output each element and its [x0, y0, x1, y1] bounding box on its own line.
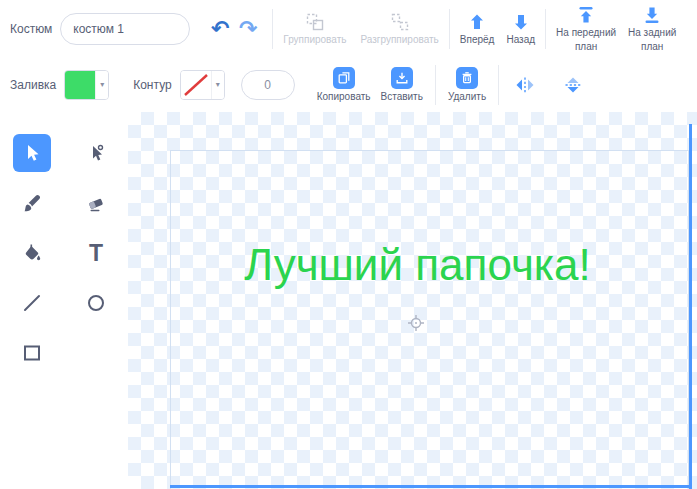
to-back-button[interactable]: На задний план: [628, 5, 676, 53]
tool-text[interactable]: T: [77, 234, 115, 272]
undo-icon: ↶: [211, 18, 229, 40]
top-toolbar: Костюм костюм 1 ↶ ↷ Группировать Разгруп…: [0, 0, 697, 57]
divider: [272, 9, 273, 49]
flip-vertical-icon: [563, 75, 583, 95]
paste-label: Вставить: [381, 91, 423, 103]
divider: [435, 65, 436, 105]
flip-horizontal-icon: [513, 75, 537, 95]
ungroup-button[interactable]: Разгруппировать: [360, 12, 438, 46]
outline-width-value: 0: [264, 78, 271, 92]
fill-bucket-icon: [22, 243, 42, 263]
outline-caret-icon: ▾: [211, 71, 224, 99]
backward-button[interactable]: Назад: [506, 12, 535, 46]
text-tool-icon: T: [89, 242, 103, 265]
tool-line[interactable]: [13, 284, 51, 322]
brush-icon: [22, 193, 42, 213]
to-front-label-2: план: [575, 41, 597, 53]
tool-rectangle[interactable]: [13, 334, 51, 372]
mode-toolbar: Заливка ▾ Контур ▾ 0 Копировать Вставить: [0, 57, 697, 112]
divider: [449, 9, 450, 49]
canvas-center-crosshair-icon: [406, 313, 426, 333]
redo-button[interactable]: ↷: [234, 15, 262, 43]
flip-horizontal-button[interactable]: [511, 71, 539, 99]
tool-circle[interactable]: [77, 284, 115, 322]
reshape-icon: [86, 143, 106, 163]
rectangle-icon: [22, 343, 42, 363]
eraser-icon: [86, 193, 106, 213]
backward-icon: [511, 12, 531, 32]
scratch-paint-editor: Костюм костюм 1 ↶ ↷ Группировать Разгруп…: [0, 0, 697, 489]
outline-color-control[interactable]: ▾: [180, 70, 225, 100]
to-back-icon: [642, 5, 662, 25]
tool-reshape[interactable]: [77, 134, 115, 172]
tool-panel: T: [0, 112, 128, 489]
paste-icon: [391, 67, 413, 89]
outline-color-swatch: [181, 71, 211, 99]
paste-button[interactable]: Вставить: [381, 67, 423, 103]
to-front-label-1: На передний: [556, 27, 616, 39]
costume-name-input[interactable]: костюм 1: [60, 13, 190, 45]
ungroup-label: Разгруппировать: [360, 34, 438, 46]
circle-icon: [86, 293, 106, 313]
flip-vertical-button[interactable]: [559, 71, 587, 99]
undo-button[interactable]: ↶: [206, 15, 234, 43]
canvas-right-edge: [689, 124, 692, 489]
copy-button[interactable]: Копировать: [317, 67, 371, 103]
forward-icon: [467, 12, 487, 32]
to-front-icon: [576, 5, 596, 25]
fill-color-control[interactable]: ▾: [64, 70, 109, 100]
copy-icon: [333, 67, 355, 89]
delete-label: Удалить: [448, 91, 486, 103]
fill-caret-icon: ▾: [95, 71, 108, 99]
group-button[interactable]: Группировать: [283, 12, 346, 46]
group-label: Группировать: [283, 34, 346, 46]
tool-eraser[interactable]: [77, 184, 115, 222]
select-cursor-icon: [22, 143, 42, 163]
forward-button[interactable]: Вперёд: [460, 12, 495, 46]
copy-label: Копировать: [317, 91, 371, 103]
fill-label: Заливка: [10, 78, 56, 92]
outline-label: Контур: [133, 78, 171, 92]
ungroup-icon: [390, 12, 410, 32]
costume-label: Костюм: [10, 22, 52, 36]
trash-icon: [456, 67, 478, 89]
tool-select[interactable]: [13, 134, 51, 172]
costume-name-value: костюм 1: [73, 22, 124, 36]
to-back-label-2: план: [641, 41, 663, 53]
canvas-bottom-edge: [170, 485, 692, 488]
to-back-label-1: На задний: [628, 27, 676, 39]
line-icon: [22, 293, 42, 313]
backward-label: Назад: [506, 34, 535, 46]
paint-canvas[interactable]: Лучший папочка!: [128, 112, 697, 489]
costume-bounds: [170, 150, 689, 489]
to-front-button[interactable]: На передний план: [556, 5, 616, 53]
tool-brush[interactable]: [13, 184, 51, 222]
redo-icon: ↷: [239, 18, 257, 40]
forward-label: Вперёд: [460, 34, 495, 46]
divider: [498, 65, 499, 105]
group-icon: [305, 12, 325, 32]
divider: [545, 9, 546, 49]
tool-fill[interactable]: [13, 234, 51, 272]
costume-text[interactable]: Лучший папочка!: [158, 240, 677, 290]
fill-color-swatch: [65, 71, 95, 99]
outline-width-input[interactable]: 0: [241, 70, 295, 100]
delete-button[interactable]: Удалить: [448, 67, 486, 103]
